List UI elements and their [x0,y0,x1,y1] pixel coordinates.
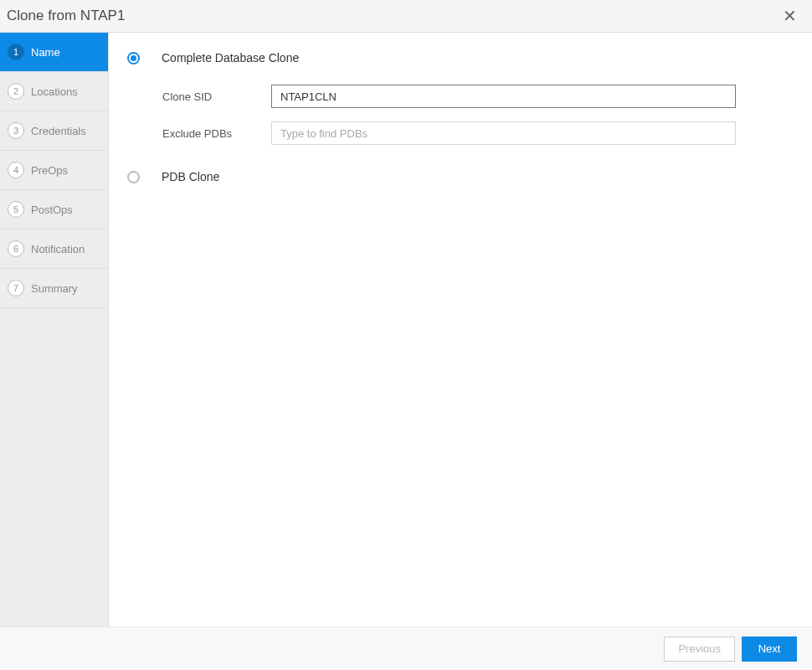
exclude-pdbs-row: Exclude PDBs [162,121,787,145]
radio-icon[interactable] [127,171,140,183]
exclude-pdbs-label: Exclude PDBs [162,127,271,140]
step-postops[interactable]: 5 PostOps [0,190,108,229]
previous-button[interactable]: Previous [664,636,735,662]
radio-icon[interactable] [127,52,140,64]
complete-clone-form: Clone SID Exclude PDBs [162,85,787,145]
step-preops[interactable]: 4 PreOps [0,151,108,190]
step-number: 1 [8,44,24,60]
wizard-sidebar: 1 Name 2 Locations 3 Credentials 4 PreOp… [0,33,109,626]
next-button[interactable]: Next [742,636,797,662]
radio-pdb-clone[interactable]: PDB Clone [127,170,787,183]
dialog-footer: Previous Next [0,626,812,670]
step-locations[interactable]: 2 Locations [0,72,108,111]
step-number: 3 [8,122,24,139]
step-label: Summary [31,282,78,295]
radio-complete-database-clone[interactable]: Complete Database Clone [127,51,787,64]
close-icon[interactable]: ✕ [783,8,797,24]
step-summary[interactable]: 7 Summary [0,269,108,308]
step-number: 6 [8,240,24,257]
step-number: 5 [8,201,24,218]
radio-label: Complete Database Clone [162,51,299,64]
exclude-pdbs-input[interactable] [271,121,736,145]
step-label: PreOps [31,164,68,177]
dialog-title: Clone from NTAP1 [7,8,125,24]
wizard-content: Complete Database Clone Clone SID Exclud… [109,33,812,626]
step-credentials[interactable]: 3 Credentials [0,111,108,151]
step-name[interactable]: 1 Name [0,33,108,72]
step-label: Name [31,46,60,59]
clone-sid-label: Clone SID [162,90,271,103]
step-label: Notification [31,243,85,255]
step-number: 4 [8,162,24,178]
step-number: 2 [8,83,24,100]
radio-label: PDB Clone [162,170,219,183]
clone-sid-input[interactable] [271,85,736,108]
step-notification[interactable]: 6 Notification [0,229,108,269]
step-number: 7 [8,280,24,296]
dialog-header: Clone from NTAP1 ✕ [0,0,812,33]
clone-sid-row: Clone SID [162,85,787,108]
step-label: Locations [31,85,78,98]
dialog-body: 1 Name 2 Locations 3 Credentials 4 PreOp… [0,33,812,626]
step-label: PostOps [31,204,73,216]
step-label: Credentials [31,125,86,137]
